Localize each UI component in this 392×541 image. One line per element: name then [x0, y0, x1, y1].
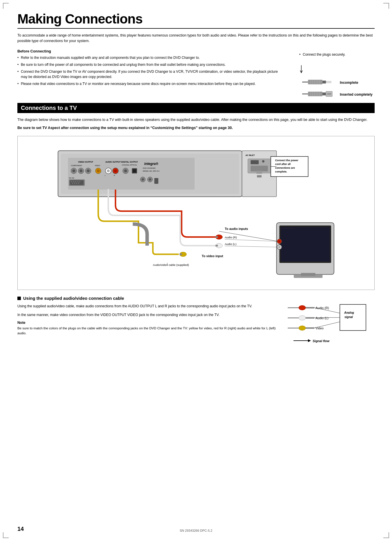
svg-text:AC INLET: AC INLET	[245, 154, 255, 156]
svg-point-28	[72, 169, 75, 172]
svg-point-44	[72, 183, 73, 184]
svg-rect-76	[257, 175, 262, 177]
before-connecting-left: Before Connecting Refer to the instructi…	[17, 49, 282, 99]
svg-rect-118	[306, 327, 314, 329]
svg-text:R: R	[114, 175, 115, 176]
bottom-left: Using the supplied audio/video connectio…	[17, 296, 288, 349]
svg-rect-105	[216, 245, 218, 246]
inserted-plug-icon	[302, 90, 337, 98]
using-cable-title-text: Using the supplied audio/video connectio…	[23, 296, 124, 301]
svg-point-47	[78, 183, 79, 184]
before-connecting-bullets: Refer to the instruction manuals supplie…	[17, 55, 282, 86]
svg-point-109	[299, 306, 306, 310]
using-cable-body1: Using the supplied audio/video cable, ma…	[17, 304, 279, 309]
analog-signal-diagram: Audio (R) Audio (L) Video A	[288, 302, 375, 349]
svg-point-113	[299, 316, 306, 320]
svg-text:COAXIAL   OPTICAL: COAXIAL OPTICAL	[122, 164, 137, 166]
svg-text:VIDEO: VIDEO	[95, 165, 100, 166]
svg-point-42	[77, 181, 78, 182]
svg-rect-85	[281, 227, 330, 262]
svg-line-96	[225, 239, 277, 242]
svg-point-40	[73, 181, 74, 182]
svg-rect-21	[327, 93, 331, 95]
svg-rect-92	[301, 273, 316, 276]
svg-text:Connect the power: Connect the power	[275, 159, 298, 162]
svg-text:DIGITAL OUTPUT: DIGITAL OUTPUT	[121, 161, 138, 163]
svg-text:Signal flow: Signal flow	[313, 339, 330, 343]
right-bullet-1: Connect the plugs securely.	[299, 52, 345, 57]
before-connecting-section: Before Connecting Refer to the instructi…	[17, 49, 375, 99]
svg-rect-112	[288, 317, 299, 318]
svg-rect-103	[216, 236, 218, 238]
svg-marker-127	[308, 339, 311, 342]
page-title: Making Connections	[17, 12, 375, 26]
right-bullets: Connect the plugs securely.	[299, 52, 345, 59]
svg-point-67	[149, 178, 151, 181]
svg-text:COMPONENT: COMPONENT	[71, 165, 82, 166]
intro-text: To accommodate a wide range of home ente…	[17, 33, 375, 44]
svg-rect-1	[302, 81, 308, 83]
svg-point-30	[80, 169, 83, 172]
svg-point-58	[124, 169, 127, 172]
footer-text: SN 29343266 DPC-5.2	[180, 529, 212, 532]
svg-text:cord after all: cord after all	[275, 163, 291, 166]
inserted-label: Inserted completely	[340, 92, 373, 97]
note-text: Be sure to match the colors of the plugs…	[17, 326, 279, 336]
svg-text:To audio inputs: To audio inputs	[225, 227, 248, 230]
corner-mark-bl	[3, 532, 9, 538]
incomplete-arrow-icon	[299, 65, 303, 74]
svg-rect-116	[288, 328, 299, 328]
svg-rect-10	[326, 81, 331, 83]
incomplete-label: Incomplete	[340, 81, 358, 85]
corner-mark-tr	[383, 3, 389, 9]
corner-mark-tl	[3, 3, 9, 9]
svg-point-32	[87, 169, 90, 172]
svg-rect-110	[306, 307, 314, 308]
main-diagram-box: VIDEO OUTPUT COMPONENT VIDEO RS 232 AUD	[17, 136, 375, 290]
svg-point-88	[278, 240, 280, 243]
svg-text:Audio (R): Audio (R)	[225, 236, 237, 239]
svg-rect-108	[288, 307, 299, 308]
svg-rect-68	[154, 178, 158, 184]
svg-point-43	[79, 181, 80, 182]
svg-line-98	[225, 246, 277, 247]
svg-text:Audio/video cable (supplied): Audio/video cable (supplied)	[153, 263, 189, 266]
svg-line-125	[314, 322, 340, 328]
svg-text:To video input: To video input	[202, 254, 223, 258]
svg-rect-2	[308, 80, 322, 84]
bullet-2: Be sure to turn off the power of all com…	[17, 62, 282, 67]
svg-point-41	[75, 181, 76, 182]
analog-signal-svg: Audio (R) Audio (L) Video A	[288, 302, 369, 348]
svg-text:Video: Video	[316, 326, 324, 330]
svg-text:integra®: integra®	[144, 162, 158, 166]
bullet-3: Connect the DVD Changer to the TV or AV …	[17, 69, 282, 79]
svg-point-39	[71, 181, 72, 182]
bottom-right: Audio (R) Audio (L) Video A	[288, 296, 375, 349]
using-cable-body2: In the same manner, make video connectio…	[17, 312, 279, 318]
svg-rect-9	[322, 81, 326, 83]
svg-text:Analog: Analog	[344, 311, 354, 314]
svg-point-35	[97, 169, 100, 172]
svg-text:complete.: complete.	[275, 170, 287, 173]
svg-text:L: L	[105, 175, 106, 176]
note-label: Note	[17, 321, 279, 325]
svg-rect-120	[340, 304, 366, 331]
svg-text:Audio (R): Audio (R)	[316, 306, 329, 310]
svg-rect-38	[70, 180, 84, 185]
connections-tv-desc: The diagram below shows how to make conn…	[17, 117, 375, 123]
svg-rect-12	[308, 92, 322, 96]
svg-text:RS 232: RS 232	[69, 177, 74, 179]
svg-rect-107	[180, 253, 182, 255]
svg-rect-11	[302, 93, 308, 95]
svg-text:Audio (L): Audio (L)	[225, 242, 236, 246]
svg-point-50	[107, 169, 110, 172]
main-diagram-svg: VIDEO OUTPUT COMPONENT VIDEO RS 232 AUD	[23, 142, 369, 283]
svg-rect-73	[262, 160, 265, 163]
corner-mark-br	[383, 532, 389, 538]
page-number: 14	[17, 526, 24, 532]
title-divider	[17, 28, 375, 29]
incomplete-plug-icon	[302, 78, 337, 86]
svg-rect-74	[251, 166, 268, 171]
svg-text:signal: signal	[344, 315, 353, 319]
svg-point-65	[142, 178, 144, 181]
